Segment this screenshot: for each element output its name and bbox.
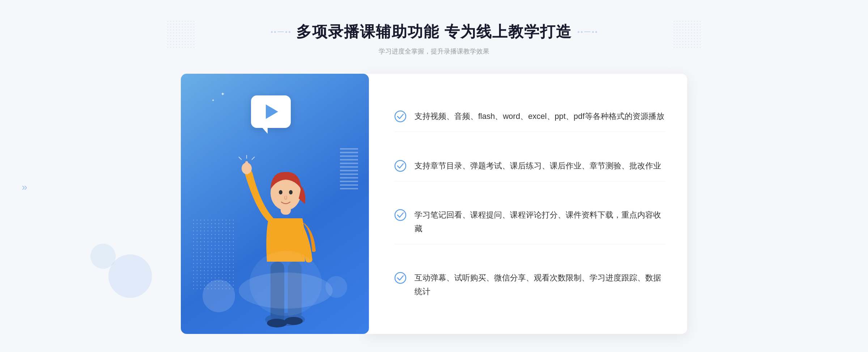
star-icon-2: ✦ [212, 98, 214, 102]
page-circle-1 [109, 254, 152, 298]
illus-circle-1 [203, 280, 235, 312]
person-illustration [234, 146, 336, 334]
illus-stripes [340, 146, 358, 189]
svg-rect-10 [245, 161, 248, 169]
feature-item-2: 支持章节目录、弹题考试、课后练习、课后作业、章节测验、批改作业 [394, 150, 665, 181]
svg-point-17 [395, 160, 406, 171]
play-icon [266, 104, 278, 119]
feature-item-4: 互动弹幕、试听购买、微信分享、观看次数限制、学习进度跟踪、数据统计 [394, 262, 665, 307]
feature-text-3: 学习笔记回看、课程提问、课程评论打分、课件资料下载，重点内容收藏 [414, 208, 665, 235]
svg-point-8 [289, 190, 293, 194]
svg-line-12 [239, 157, 242, 160]
feature-item-1: 支持视频、音频、flash、word、excel、ppt、pdf等各种格式的资源… [394, 101, 665, 132]
content-area: ✦ ✦ [181, 74, 687, 334]
svg-point-19 [395, 272, 406, 283]
feature-text-2: 支持章节目录、弹题考试、课后练习、课后作业、章节测验、批改作业 [414, 159, 661, 172]
feature-item-3: 学习笔记回看、课程提问、课程评论打分、课件资料下载，重点内容收藏 [394, 199, 665, 244]
page-wrapper: » 多项录播课辅助功能 专为线上教学打造 学习进度全掌握，提升录播课教学效果 [0, 0, 868, 352]
illus-dots [192, 218, 235, 291]
svg-line-13 [252, 157, 255, 160]
main-title: 多项录播课辅助功能 专为线上教学打造 [271, 22, 597, 42]
feature-text-4: 互动弹幕、试听购买、微信分享、观看次数限制、学习进度跟踪、数据统计 [414, 271, 665, 298]
feature-text-1: 支持视频、音频、flash、word、excel、ppt、pdf等各种格式的资源… [414, 110, 664, 123]
svg-point-15 [250, 251, 322, 316]
play-bubble [251, 95, 291, 128]
dots-decoration-right [673, 20, 702, 49]
features-panel: 支持视频、音频、flash、word、excel、ppt、pdf等各种格式的资源… [365, 74, 687, 334]
check-icon-2 [394, 160, 407, 172]
sub-title: 学习进度全掌握，提升录播课教学效果 [271, 47, 597, 56]
svg-point-16 [395, 111, 406, 122]
check-icon-1 [394, 110, 407, 123]
check-icon-3 [394, 209, 407, 221]
star-icon-1: ✦ [221, 91, 225, 97]
check-icon-4 [394, 272, 407, 284]
svg-point-4 [285, 317, 303, 325]
svg-point-18 [395, 210, 406, 220]
chevron-left-icon: » [22, 181, 27, 193]
illustration-panel: ✦ ✦ [181, 74, 369, 334]
svg-point-3 [267, 319, 287, 327]
title-deco-right [578, 31, 597, 33]
dots-decoration-left [166, 20, 195, 49]
title-deco-left [271, 31, 290, 33]
svg-point-7 [279, 190, 282, 194]
header-section: 多项录播课辅助功能 专为线上教学打造 学习进度全掌握，提升录播课教学效果 [271, 22, 597, 56]
page-circle-2 [90, 244, 116, 269]
main-title-text: 多项录播课辅助功能 专为线上教学打造 [296, 22, 572, 42]
